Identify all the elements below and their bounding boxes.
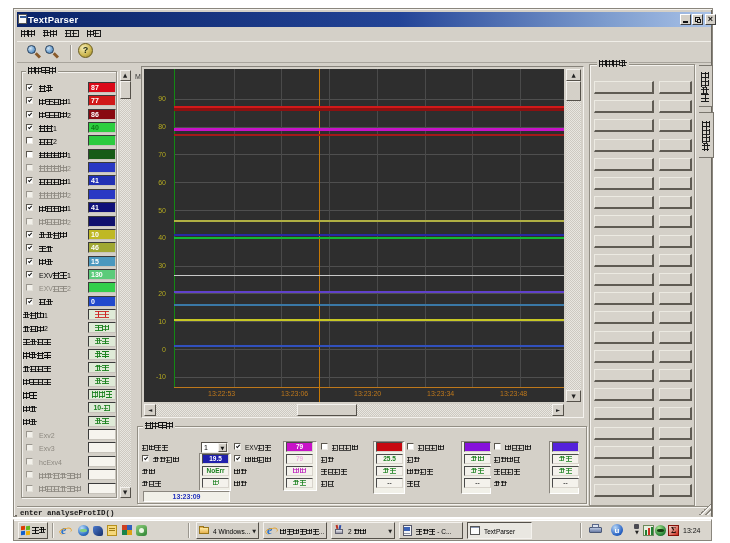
menu-item[interactable]	[65, 29, 80, 38]
curve-slot-button[interactable]	[594, 177, 654, 190]
scroll-left-button[interactable]: ◄	[144, 404, 156, 416]
resize-grip[interactable]	[699, 503, 711, 515]
indoor-checkbox[interactable]	[234, 455, 241, 462]
menu-item[interactable]	[43, 29, 58, 38]
menu-item[interactable]	[21, 29, 36, 38]
curve-slot-button[interactable]	[594, 388, 654, 401]
outdoor-checkbox[interactable]	[26, 204, 33, 211]
scrollbar-track[interactable]	[566, 69, 581, 402]
task-button[interactable]: e...	[263, 522, 327, 539]
chart-vertical-scrollbar[interactable]: ▲▼	[566, 69, 581, 402]
chart-horizontal-scrollbar[interactable]: ◄►	[144, 404, 564, 416]
outdoor-checkbox[interactable]	[26, 244, 33, 251]
task-dropdown-arrow[interactable]: ▼	[252, 528, 256, 534]
curve-slot-small-button[interactable]	[659, 81, 692, 94]
combo-dropdown-button[interactable]: ▼	[218, 443, 227, 452]
curve-slot-small-button[interactable]	[659, 139, 692, 152]
curve-slot-small-button[interactable]	[659, 484, 692, 497]
curve-slot-small-button[interactable]	[659, 350, 692, 363]
scrollbar-track[interactable]	[120, 70, 131, 498]
task-button[interactable]: TextParser	[467, 522, 532, 539]
curve-slot-button[interactable]	[594, 254, 654, 267]
tray-blue-disc[interactable]: u	[611, 524, 624, 537]
curve-slot-small-button[interactable]	[659, 388, 692, 401]
curve-slot-button[interactable]	[594, 139, 654, 152]
outdoor-checkbox[interactable]	[26, 177, 33, 184]
outdoor-checkbox[interactable]	[26, 111, 33, 118]
task-button[interactable]: - C...	[399, 522, 463, 539]
quick-launch-media-app-icon[interactable]	[122, 525, 134, 537]
scroll-up-button[interactable]: ▲	[566, 69, 581, 81]
outdoor-checkbox[interactable]	[26, 271, 33, 278]
tab-realtime-text[interactable]	[699, 65, 713, 107]
quick-launch-internet-explorer-icon[interactable]: e	[60, 525, 72, 537]
curve-slot-small-button[interactable]	[659, 369, 692, 382]
curve-slot-button[interactable]	[594, 215, 654, 228]
curve-slot-button[interactable]	[594, 331, 654, 344]
scroll-down-button[interactable]: ▼	[120, 487, 131, 498]
curve-slot-small-button[interactable]	[659, 427, 692, 440]
curve-slot-button[interactable]	[594, 235, 654, 248]
quick-launch-dark-blue-app-icon[interactable]	[93, 525, 105, 537]
outdoor-checkbox[interactable]	[26, 298, 33, 305]
curve-slot-small-button[interactable]	[659, 292, 692, 305]
curve-slot-small-button[interactable]	[659, 119, 692, 132]
outdoor-checkbox[interactable]	[26, 137, 33, 144]
curve-slot-small-button[interactable]	[659, 235, 692, 248]
zoom-in-button[interactable]	[26, 44, 42, 60]
outdoor-checkbox[interactable]	[26, 258, 33, 265]
curve-slot-small-button[interactable]	[659, 407, 692, 420]
curve-slot-small-button[interactable]	[659, 254, 692, 267]
scroll-right-button[interactable]: ►	[552, 404, 564, 416]
tab-realtime-curve[interactable]	[699, 112, 714, 158]
curve-slot-button[interactable]	[594, 350, 654, 363]
scrollbar-thumb[interactable]	[297, 404, 357, 416]
task-dropdown-arrow[interactable]: ▼	[388, 528, 392, 534]
outdoor-checkbox[interactable]	[26, 164, 33, 171]
tray-green-chart[interactable]	[643, 525, 655, 537]
outdoor-checkbox[interactable]	[26, 84, 33, 91]
outdoor-checkbox[interactable]	[26, 471, 33, 478]
curve-slot-small-button[interactable]	[659, 196, 692, 209]
scrollbar-thumb[interactable]	[566, 81, 581, 101]
curve-slot-small-button[interactable]	[659, 465, 692, 478]
quick-launch-yellow-notes-icon[interactable]	[107, 525, 119, 537]
restore-button[interactable]	[692, 14, 703, 25]
indoor-checkbox[interactable]	[321, 443, 328, 450]
curve-slot-button[interactable]	[594, 369, 654, 382]
tray-green-sphere[interactable]	[655, 525, 667, 537]
zoom-out-button[interactable]	[44, 44, 60, 60]
scroll-down-button[interactable]: ▼	[566, 390, 581, 402]
outdoor-checkbox[interactable]	[26, 231, 33, 238]
curve-slot-button[interactable]	[594, 196, 654, 209]
curve-slot-button[interactable]	[594, 119, 654, 132]
outdoor-checkbox[interactable]	[26, 124, 33, 131]
indoor-checkbox[interactable]	[142, 455, 149, 462]
outdoor-checkbox[interactable]	[26, 191, 33, 198]
curve-slot-small-button[interactable]	[659, 100, 692, 113]
indoor-checkbox[interactable]	[407, 443, 414, 450]
curve-slot-button[interactable]	[594, 292, 654, 305]
tray-printer[interactable]	[589, 524, 603, 537]
quick-launch-green-app-icon[interactable]	[136, 525, 148, 537]
curve-slot-button[interactable]	[594, 100, 654, 113]
outdoor-checkbox[interactable]	[26, 458, 33, 465]
tray-red-ime[interactable]: Σ	[668, 525, 680, 537]
curve-slot-small-button[interactable]	[659, 273, 692, 286]
indoor-checkbox[interactable]	[494, 443, 501, 450]
title-bar[interactable]: TextParser ×	[17, 12, 711, 27]
close-button[interactable]: ×	[705, 14, 716, 25]
outdoor-list-scrollbar[interactable]: ▲▼	[120, 70, 131, 498]
curve-slot-button[interactable]	[594, 427, 654, 440]
curve-slot-button[interactable]	[594, 81, 654, 94]
indoor-address-combo[interactable]: 1▼	[201, 442, 228, 453]
curve-slot-button[interactable]	[594, 484, 654, 497]
curve-slot-small-button[interactable]	[659, 158, 692, 171]
curve-slot-button[interactable]	[594, 273, 654, 286]
curve-slot-small-button[interactable]	[659, 446, 692, 459]
curve-slot-button[interactable]	[594, 158, 654, 171]
task-button[interactable]: 4 Windows...▼	[196, 522, 259, 539]
scrollbar-thumb[interactable]	[120, 81, 131, 99]
start-button[interactable]	[18, 522, 48, 539]
outdoor-checkbox[interactable]	[26, 444, 33, 451]
